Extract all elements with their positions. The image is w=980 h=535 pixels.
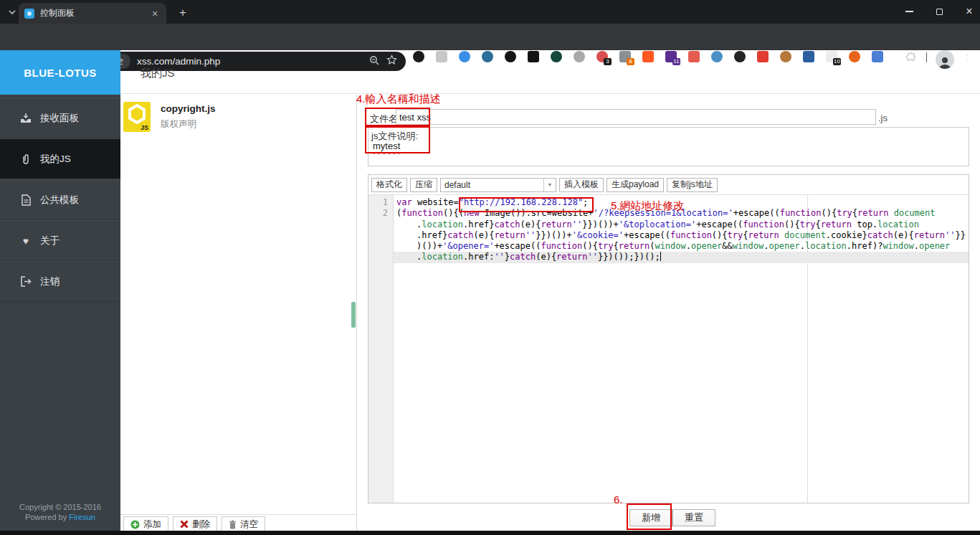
sidebar-item-logout[interactable]: 注销 bbox=[0, 261, 120, 302]
js-file-title: copyright.js bbox=[161, 103, 216, 114]
red-tool-extension-icon[interactable] bbox=[688, 51, 700, 62]
logout-icon bbox=[20, 276, 32, 288]
window-restore-button[interactable] bbox=[925, 0, 953, 23]
toolbar-divider bbox=[926, 52, 927, 62]
clear-button[interactable]: 清空 bbox=[222, 516, 265, 532]
tab-search-chevron-icon[interactable] bbox=[6, 6, 19, 19]
sidebar-item-label: 接收面板 bbox=[40, 112, 79, 125]
mask-extension-icon[interactable] bbox=[734, 51, 746, 62]
flag-extension-icon-badge: 10 bbox=[833, 58, 841, 65]
line-number bbox=[368, 252, 394, 262]
gray-ring-extension-icon[interactable] bbox=[574, 51, 585, 62]
line-number bbox=[368, 219, 394, 230]
inbox-icon bbox=[20, 113, 32, 124]
browser-menu-icon[interactable]: ⋮ bbox=[961, 52, 973, 65]
window-minimize-button[interactable] bbox=[895, 0, 923, 23]
insert-template-button[interactable]: 插入模板 bbox=[559, 178, 604, 192]
copyright-text: Copyright © 2015-2016 bbox=[0, 502, 120, 512]
text-cursor bbox=[660, 252, 661, 261]
red-dice-extension-icon[interactable] bbox=[757, 51, 769, 62]
flag-extension-icon[interactable]: 10 bbox=[826, 51, 837, 62]
blue-chart-extension-icon[interactable] bbox=[803, 51, 814, 62]
cookie-extension-icon[interactable] bbox=[780, 51, 791, 62]
green-ring-extension-icon[interactable] bbox=[551, 51, 562, 62]
document-icon bbox=[20, 194, 32, 206]
black-hat-extension-icon[interactable] bbox=[505, 51, 516, 62]
description-textarea[interactable] bbox=[368, 127, 969, 166]
line-number bbox=[368, 241, 394, 252]
gray-panel-extension-icon[interactable] bbox=[436, 51, 447, 62]
taskbar-edge bbox=[0, 531, 980, 535]
new-tab-button[interactable]: + bbox=[175, 5, 191, 21]
trash-icon bbox=[229, 520, 237, 529]
h-block-extension-icon[interactable] bbox=[528, 51, 539, 62]
sidebar-item-my-js[interactable]: 我的JS bbox=[0, 138, 120, 179]
code-line[interactable]: .href}catch(e){return''}})())+'&cookie='… bbox=[368, 230, 969, 241]
sidebar-item-public-templates[interactable]: 公共模板 bbox=[0, 179, 120, 220]
bookmark-star-icon[interactable] bbox=[386, 55, 397, 68]
screen: 控制面板 × + × ← → ↻ 不安全 xss.com/admin.php 3… bbox=[0, 0, 980, 535]
panel-divider bbox=[356, 95, 357, 531]
filename-input[interactable] bbox=[396, 109, 876, 125]
powered-by-text: Powered by Firesun bbox=[0, 512, 120, 522]
blue-pin-extension-icon[interactable] bbox=[459, 51, 470, 62]
js-file-icon: JS bbox=[123, 102, 151, 132]
tab-close-icon[interactable]: × bbox=[149, 8, 161, 19]
sidebar-item-about[interactable]: ♥ 关于 bbox=[0, 220, 120, 261]
page-title: 我的JS bbox=[141, 67, 175, 80]
list-scrollbar-thumb[interactable] bbox=[351, 302, 356, 328]
clipboard-extension-icon[interactable]: 8 bbox=[619, 51, 631, 62]
red-dots-extension-icon[interactable]: 3 bbox=[596, 51, 608, 62]
sidebar-item-label: 关于 bbox=[40, 235, 60, 247]
description-value[interactable]: mytest bbox=[373, 141, 400, 151]
clipboard-extension-icon-badge: 8 bbox=[627, 58, 634, 65]
copy-js-url-button[interactable]: 复制js地址 bbox=[667, 178, 718, 192]
firesun-link[interactable]: Firesun bbox=[69, 513, 95, 521]
page-zoom-icon[interactable] bbox=[369, 55, 379, 68]
teal-blue-extension-icon[interactable] bbox=[872, 51, 883, 62]
sidebar-item-label: 公共模板 bbox=[40, 194, 79, 207]
template-select[interactable]: default ▼ bbox=[440, 178, 556, 192]
generate-payload-button[interactable]: 生成payload bbox=[606, 178, 664, 192]
browser-tab[interactable]: 控制面板 × bbox=[19, 3, 166, 24]
browser-toolbar: ← → ↻ 不安全 xss.com/admin.php 381110 ⋮ bbox=[0, 24, 980, 50]
blue-lens-extension-icon[interactable] bbox=[711, 51, 723, 62]
fox-extension-icon[interactable] bbox=[849, 51, 860, 62]
line-number: 1 bbox=[368, 197, 394, 208]
compress-button[interactable]: 压缩 bbox=[410, 178, 437, 192]
code-area[interactable]: 1var website="http://192.168.228.128";2(… bbox=[368, 195, 969, 503]
purple-home-extension-icon[interactable]: 11 bbox=[665, 51, 677, 62]
purple-home-extension-icon-badge: 11 bbox=[672, 58, 680, 65]
zap-extension-icon[interactable] bbox=[642, 51, 654, 62]
add-button[interactable]: 添加 bbox=[123, 516, 168, 532]
url-text[interactable]: xss.com/admin.php bbox=[137, 56, 369, 67]
reset-button[interactable]: 重置 bbox=[672, 509, 715, 526]
header-divider bbox=[120, 93, 980, 94]
plus-circle-icon bbox=[130, 520, 140, 529]
code-line[interactable]: .location.href:''}catch(e){return''}})()… bbox=[368, 252, 969, 262]
format-button[interactable]: 格式化 bbox=[371, 178, 407, 192]
delete-button[interactable]: 删除 bbox=[173, 516, 217, 532]
window-close-button[interactable]: × bbox=[955, 0, 980, 23]
sidebar-item-receive-panel[interactable]: 接收面板 bbox=[0, 98, 120, 138]
sidebar-item-label: 注销 bbox=[40, 275, 60, 288]
address-bar[interactable]: 不安全 xss.com/admin.php bbox=[75, 52, 406, 71]
brand-logo: BLUE-LOTUS bbox=[0, 50, 120, 95]
tab-title: 控制面板 bbox=[40, 7, 149, 19]
template-select-value: default bbox=[441, 180, 543, 190]
heart-icon: ♥ bbox=[20, 235, 32, 247]
code-line[interactable]: )())+'&opener='+escape((function(){try{r… bbox=[368, 241, 969, 252]
paperclip-icon bbox=[20, 153, 32, 165]
blue-swoosh-extension-icon[interactable] bbox=[482, 51, 493, 62]
list-toolbar: 添加 删除 清空 bbox=[123, 516, 265, 532]
line-number bbox=[368, 230, 394, 241]
profile-avatar[interactable] bbox=[936, 50, 954, 69]
js-file-description: 版权声明 bbox=[161, 118, 216, 131]
browser-tab-strip: 控制面板 × + × bbox=[0, 0, 980, 24]
annotation-step-4: 4.輸入名稱和描述 bbox=[356, 93, 441, 106]
js-file-list-item[interactable]: JS copyright.js 版权声明 bbox=[123, 102, 353, 141]
submit-button[interactable]: 新增 bbox=[629, 509, 672, 526]
flask-extension-icon[interactable] bbox=[413, 51, 424, 62]
code-line[interactable]: .location.href}catch(e){return''}})())+'… bbox=[368, 219, 969, 230]
extensions-puzzle-icon[interactable] bbox=[903, 51, 915, 66]
